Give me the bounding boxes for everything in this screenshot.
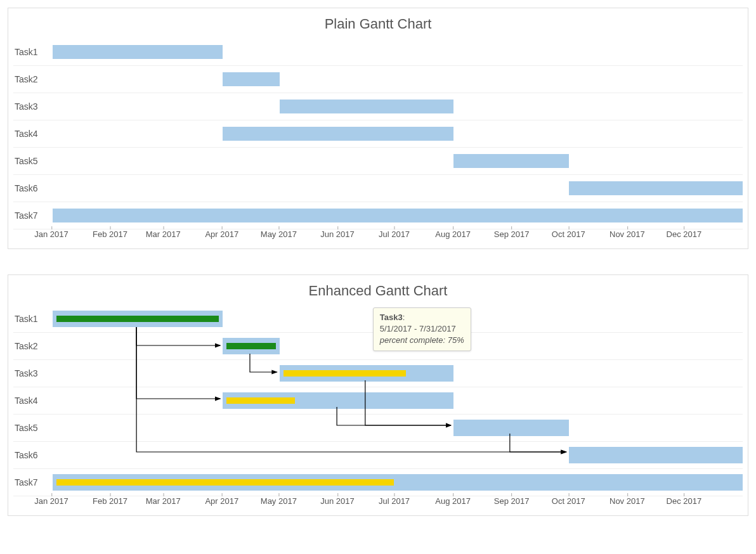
chart-title: Enhanced Gantt Chart (13, 283, 743, 299)
timeline-track (53, 93, 743, 120)
gantt-row: Task5 (13, 148, 743, 175)
axis-tick: Aug 2017 (435, 496, 471, 506)
task-label: Task6 (13, 450, 53, 460)
task-label: Task4 (13, 129, 53, 139)
axis-tick: Sep 2017 (494, 229, 530, 239)
task-bar[interactable] (53, 209, 743, 222)
axis-tick: Feb 2017 (93, 496, 127, 506)
axis-tick: Nov 2017 (609, 229, 645, 239)
axis-tick: Apr 2017 (205, 229, 238, 239)
timeline-track (53, 39, 743, 65)
task-bar[interactable] (223, 127, 453, 141)
gantt-row: Task1 (13, 39, 743, 66)
axis-tick: Dec 2017 (667, 496, 702, 506)
plain-x-axis: Jan 2017Feb 2017Mar 2017Apr 2017May 2017… (13, 229, 743, 246)
task-bar[interactable] (223, 72, 279, 86)
task-label: Task3 (13, 101, 53, 112)
task-label: Task1 (13, 47, 53, 57)
progress-bar (226, 343, 275, 349)
timeline-track (53, 202, 743, 229)
task-label: Task1 (13, 314, 53, 324)
gantt-row: Task3 (13, 93, 743, 120)
task-label: Task2 (13, 341, 53, 351)
gantt-row: Task4 (13, 120, 743, 148)
axis-tick: Jul 2017 (379, 229, 410, 239)
axis-tick: May 2017 (261, 496, 297, 506)
gantt-row: Task7 (13, 202, 743, 229)
axis-tick: Jan 2017 (34, 229, 68, 239)
task-label: Task2 (13, 74, 53, 84)
axis-tick: Nov 2017 (609, 496, 645, 506)
task-label: Task5 (13, 423, 53, 433)
timeline-track (53, 120, 743, 147)
axis-tick: Oct 2017 (552, 229, 585, 239)
task-label: Task6 (13, 183, 53, 193)
gantt-row: Task6 (13, 442, 743, 469)
axis-tick: Oct 2017 (552, 496, 585, 506)
timeline-track (53, 175, 743, 202)
tooltip-percent: percent complete: 75% (380, 335, 464, 345)
axis-tick: Mar 2017 (146, 229, 181, 239)
task-bar[interactable] (569, 447, 743, 463)
gantt-row: Task3 (13, 360, 743, 387)
task-label: Task4 (13, 396, 53, 406)
task-label: Task7 (13, 477, 53, 487)
gantt-row: Task7 (13, 469, 743, 496)
task-bar[interactable] (453, 420, 569, 436)
task-label: Task7 (13, 210, 53, 221)
timeline-track (53, 148, 743, 174)
axis-tick: Jun 2017 (320, 229, 355, 239)
axis-tick: Jun 2017 (320, 496, 355, 506)
task-label: Task5 (13, 156, 53, 166)
task-bar[interactable] (453, 154, 569, 168)
axis-tick: Jan 2017 (34, 496, 68, 506)
tooltip-task: Task3 (380, 312, 403, 322)
axis-tick: Aug 2017 (435, 229, 471, 239)
axis-tick: Jul 2017 (379, 496, 410, 506)
axis-tick: Mar 2017 (146, 496, 181, 506)
enhanced-x-axis: Jan 2017Feb 2017Mar 2017Apr 2017May 2017… (13, 496, 743, 513)
timeline-track (53, 415, 743, 441)
progress-bar (56, 479, 394, 486)
progress-bar (226, 397, 295, 404)
chart-title: Plain Gantt Chart (13, 16, 743, 32)
timeline-track (53, 66, 743, 93)
progress-bar (56, 316, 219, 322)
timeline-track (53, 469, 743, 496)
progress-bar (284, 370, 407, 377)
axis-tick: Feb 2017 (93, 229, 127, 239)
timeline-track (53, 442, 743, 468)
plain-gantt-panel: Plain Gantt Chart Task1Task2Task3Task4Ta… (8, 8, 748, 249)
gantt-row: Task6 (13, 175, 743, 202)
axis-tick: Apr 2017 (205, 496, 238, 506)
task-bar[interactable] (53, 45, 223, 59)
axis-tick: May 2017 (261, 229, 297, 239)
tooltip: Task3:5/1/2017 - 7/31/2017percent comple… (373, 307, 471, 351)
timeline-track (53, 387, 743, 414)
gantt-row: Task2 (13, 66, 743, 93)
task-bar[interactable] (280, 100, 453, 113)
gantt-row: Task5 (13, 415, 743, 442)
plain-gantt-body: Task1Task2Task3Task4Task5Task6Task7 (13, 39, 743, 229)
axis-tick: Sep 2017 (494, 496, 530, 506)
axis-tick: Dec 2017 (667, 229, 702, 239)
task-bar[interactable] (569, 181, 743, 195)
task-label: Task3 (13, 368, 53, 378)
tooltip-range: 5/1/2017 - 7/31/2017 (380, 324, 456, 333)
gantt-row: Task4 (13, 387, 743, 415)
enhanced-gantt-panel: Enhanced Gantt Chart Task1Task2Task3Task… (8, 274, 748, 516)
timeline-track (53, 360, 743, 387)
enhanced-gantt-body: Task1Task2Task3Task4Task5Task6Task7Task3… (13, 306, 743, 496)
